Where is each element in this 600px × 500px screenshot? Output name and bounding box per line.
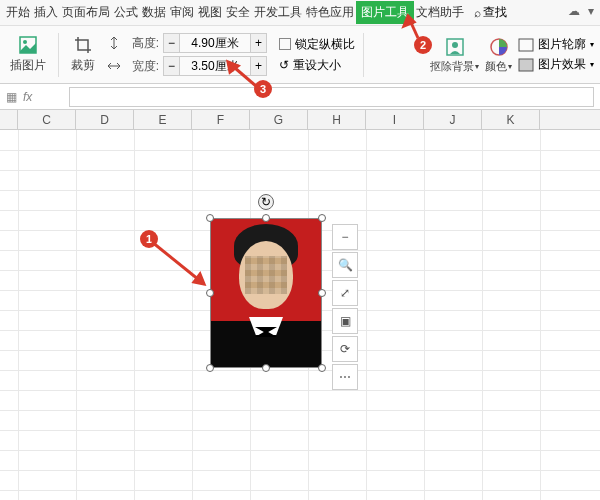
insert-picture-button[interactable]: 插图片 — [6, 33, 50, 76]
dropdown-icon: ▾ — [590, 40, 594, 49]
picture-floating-toolbar: − 🔍 ⤢ ▣ ⟳ ⋯ — [332, 224, 358, 390]
chevron-down-icon[interactable]: ▾ — [588, 4, 594, 18]
menu-bar: 开始 插入 页面布局 公式 数据 审阅 视图 安全 开发工具 特色应用 图片工具… — [0, 0, 600, 26]
col-header[interactable]: I — [366, 110, 424, 129]
col-header[interactable]: E — [134, 110, 192, 129]
rotate-handle[interactable]: ↻ — [258, 194, 274, 210]
color-button[interactable]: 颜色▾ — [485, 36, 512, 74]
resize-handle-r[interactable] — [318, 289, 326, 297]
menu-data[interactable]: 数据 — [140, 2, 168, 23]
remove-bg-label: 抠除背景 — [430, 59, 474, 74]
col-header[interactable]: F — [192, 110, 250, 129]
ribbon-toolbar: 插图片 裁剪 高度: − 4.90厘米 + 宽度: − 3.50厘米 + — [0, 26, 600, 84]
width-decrement[interactable]: − — [164, 57, 180, 75]
menu-formula[interactable]: 公式 — [112, 2, 140, 23]
search-icon: ⌕ — [474, 6, 481, 20]
height-decrement[interactable]: − — [164, 34, 180, 52]
dropdown-icon: ▾ — [475, 62, 479, 71]
picture-effects-button[interactable]: 图片效果▾ — [518, 56, 594, 73]
crop-icon — [73, 35, 93, 55]
float-zoom-out[interactable]: − — [332, 224, 358, 250]
width-label: 宽度: — [125, 58, 159, 75]
annotation-1-arrow — [148, 238, 218, 298]
formula-input[interactable] — [69, 87, 594, 107]
lock-aspect-label: 锁定纵横比 — [295, 36, 355, 53]
resize-handle-br[interactable] — [318, 364, 326, 372]
col-header[interactable]: K — [482, 110, 540, 129]
outline-icon — [518, 38, 534, 52]
resize-handle-tl[interactable] — [206, 214, 214, 222]
dropdown-icon: ▾ — [590, 60, 594, 69]
name-box-icon[interactable]: ▦ — [6, 90, 17, 104]
svg-point-3 — [452, 42, 458, 48]
color-label: 颜色 — [485, 59, 507, 74]
remove-bg-icon — [444, 36, 466, 58]
svg-point-1 — [23, 40, 27, 44]
menu-devtools[interactable]: 开发工具 — [252, 2, 304, 23]
crop-button[interactable]: 裁剪 — [67, 33, 99, 76]
insert-picture-label: 插图片 — [10, 57, 46, 74]
svg-rect-6 — [519, 59, 533, 71]
checkbox-icon — [279, 38, 291, 50]
menu-view[interactable]: 视图 — [196, 2, 224, 23]
height-value[interactable]: 4.90厘米 — [180, 35, 250, 52]
color-icon — [488, 36, 510, 58]
cloud-sync-icon[interactable]: ☁ — [568, 4, 580, 18]
col-header[interactable]: H — [308, 110, 366, 129]
height-icon — [107, 36, 121, 50]
effects-label: 图片效果 — [538, 56, 586, 73]
fx-symbol[interactable]: fx — [23, 90, 63, 104]
rotate-icon: ↻ — [261, 195, 271, 209]
width-icon — [107, 59, 121, 73]
crop-label: 裁剪 — [71, 57, 95, 74]
float-expand[interactable]: ⤢ — [332, 280, 358, 306]
col-header[interactable]: G — [250, 110, 308, 129]
annotation-3-arrow — [220, 58, 260, 92]
effects-icon — [518, 58, 534, 72]
float-more[interactable]: ⋯ — [332, 364, 358, 390]
picture-icon — [18, 35, 38, 55]
find-label: 查找 — [483, 4, 507, 21]
outline-label: 图片轮廓 — [538, 36, 586, 53]
resize-handle-t[interactable] — [262, 214, 270, 222]
menu-review[interactable]: 审阅 — [168, 2, 196, 23]
height-spinner[interactable]: − 4.90厘米 + — [163, 33, 267, 53]
reset-icon: ↺ — [279, 58, 289, 72]
menu-special[interactable]: 特色应用 — [304, 2, 356, 23]
reset-size-label: 重设大小 — [293, 57, 341, 74]
resize-handle-b[interactable] — [262, 364, 270, 372]
annotation-2-arrow — [400, 10, 430, 40]
menu-insert[interactable]: 插入 — [32, 2, 60, 23]
float-zoom-in[interactable]: 🔍 — [332, 252, 358, 278]
reset-size-button[interactable]: ↺ 重设大小 — [279, 57, 355, 74]
menu-security[interactable]: 安全 — [224, 2, 252, 23]
lock-aspect-checkbox[interactable]: 锁定纵横比 — [279, 36, 355, 53]
menu-pagelayout[interactable]: 页面布局 — [60, 2, 112, 23]
float-crop[interactable]: ▣ — [332, 308, 358, 334]
dropdown-icon: ▾ — [508, 62, 512, 71]
resize-handle-tr[interactable] — [318, 214, 326, 222]
menu-start[interactable]: 开始 — [4, 2, 32, 23]
spreadsheet-grid[interactable]: ↻ − 🔍 ⤢ ▣ ⟳ ⋯ 1 — [0, 130, 600, 500]
remove-background-button[interactable]: 抠除背景▾ — [430, 36, 479, 74]
picture-outline-button[interactable]: 图片轮廓▾ — [518, 36, 594, 53]
resize-handle-bl[interactable] — [206, 364, 214, 372]
id-photo — [210, 218, 322, 368]
find-button[interactable]: ⌕ 查找 — [474, 4, 507, 21]
col-header[interactable]: D — [76, 110, 134, 129]
height-label: 高度: — [125, 35, 159, 52]
formula-bar: ▦ fx — [0, 84, 600, 110]
col-header[interactable]: J — [424, 110, 482, 129]
svg-rect-5 — [519, 39, 533, 51]
float-rotate[interactable]: ⟳ — [332, 336, 358, 362]
column-header-row: C D E F G H I J K — [0, 110, 600, 130]
selected-picture[interactable]: ↻ — [210, 218, 322, 368]
height-increment[interactable]: + — [250, 34, 266, 52]
col-header[interactable]: C — [18, 110, 76, 129]
